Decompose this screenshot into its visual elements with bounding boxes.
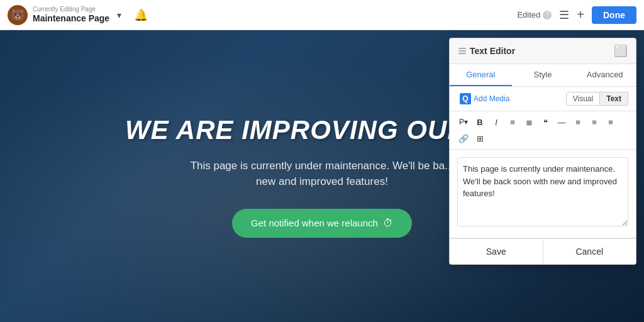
bold-button[interactable]: B xyxy=(472,114,487,130)
panel-header: Text Editor ⬜ xyxy=(450,38,636,64)
table-button[interactable]: ⊞ xyxy=(472,131,487,146)
view-toggle: Visual Text xyxy=(566,92,628,106)
chevron-down-icon[interactable]: ▾ xyxy=(117,10,121,20)
ordered-list-button[interactable]: ≣ xyxy=(521,114,536,130)
tab-advanced[interactable]: Advanced xyxy=(574,64,636,86)
add-media-icon: Q xyxy=(460,93,471,104)
maximize-icon[interactable]: ⬜ xyxy=(614,45,627,57)
panel-text-area: This page is currently under maintenance… xyxy=(450,150,636,238)
panel-title: Text Editor xyxy=(470,46,515,56)
panel-footer: Save Cancel xyxy=(450,238,636,264)
format-toolbar: P▾ B I ≡ ≣ ❝ — ≡ ≡ ≡ 🔗 ⊞ xyxy=(450,111,636,150)
add-icon[interactable]: + xyxy=(577,8,584,22)
content-textarea[interactable]: This page is currently under maintenance… xyxy=(457,157,628,226)
horizontal-rule-button[interactable]: — xyxy=(554,114,569,130)
blockquote-button[interactable]: ❝ xyxy=(538,114,553,130)
list-icon[interactable]: ☰ xyxy=(559,8,569,22)
edited-text: Edited xyxy=(517,10,540,19)
header: 🐻 Currently Editing Page Maintenance Pag… xyxy=(0,0,644,30)
bell-icon[interactable]: 🔔 xyxy=(134,8,148,22)
cta-button[interactable]: Get notified when we relaunch ⏱ xyxy=(232,209,412,238)
text-editor-panel: Text Editor ⬜ General Style Advanced Q A… xyxy=(449,38,636,265)
paragraph-select[interactable]: P▾ xyxy=(456,114,471,130)
unordered-list-button[interactable]: ≡ xyxy=(505,114,520,130)
brand-logo: 🐻 xyxy=(8,5,28,25)
edited-status: Edited ? xyxy=(517,10,552,19)
done-button[interactable]: Done xyxy=(592,6,636,24)
header-title: Maintenance Page xyxy=(33,13,109,24)
save-button[interactable]: Save xyxy=(450,239,543,264)
add-media-label: Add Media xyxy=(474,94,509,103)
cta-label: Get notified when we relaunch xyxy=(251,218,378,228)
text-view-button[interactable]: Text xyxy=(600,92,628,106)
italic-button[interactable]: I xyxy=(489,114,504,130)
header-right: Edited ? ☰ + Done xyxy=(517,6,636,24)
header-subtitle: Currently Editing Page xyxy=(33,6,109,13)
cancel-button[interactable]: Cancel xyxy=(543,239,636,264)
header-left: 🐻 Currently Editing Page Maintenance Pag… xyxy=(8,5,517,25)
help-icon[interactable]: ? xyxy=(543,11,552,19)
align-right-button[interactable]: ≡ xyxy=(603,114,618,130)
header-title-group: Currently Editing Page Maintenance Page xyxy=(33,6,109,24)
main-area: WE ARE IMPROVING OUR WE This page is cur… xyxy=(0,30,644,322)
add-media-button[interactable]: Q Add Media xyxy=(457,92,512,106)
align-center-button[interactable]: ≡ xyxy=(587,114,602,130)
tab-style[interactable]: Style xyxy=(512,64,574,86)
panel-drag-handle[interactable]: Text Editor xyxy=(458,46,515,56)
clock-icon: ⏱ xyxy=(383,218,393,229)
panel-tabs: General Style Advanced xyxy=(450,64,636,87)
visual-view-button[interactable]: Visual xyxy=(566,92,600,106)
align-left-button[interactable]: ≡ xyxy=(570,114,586,130)
drag-dots-icon xyxy=(458,48,466,54)
link-button[interactable]: 🔗 xyxy=(456,131,471,146)
tab-general[interactable]: General xyxy=(450,64,512,86)
panel-media-toolbar: Q Add Media Visual Text xyxy=(450,87,636,111)
